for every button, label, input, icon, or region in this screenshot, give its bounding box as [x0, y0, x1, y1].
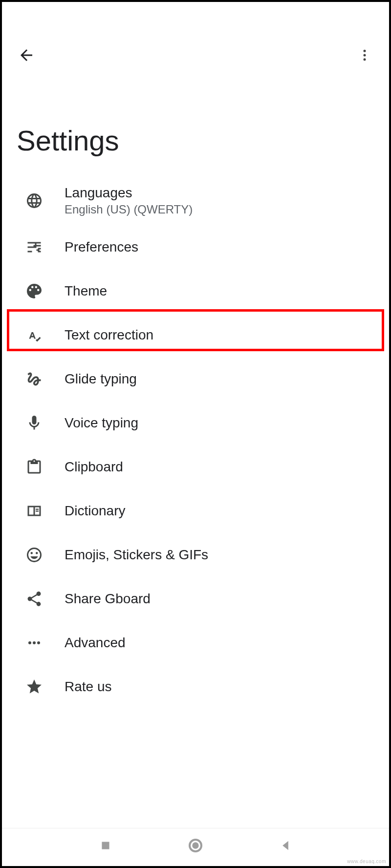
- book-icon: [25, 502, 65, 520]
- app-bar: [2, 2, 389, 95]
- settings-list: Languages English (US) (QWERTY) Preferen…: [2, 176, 389, 709]
- item-label: Text correction: [65, 327, 153, 343]
- settings-item-theme[interactable]: Theme: [2, 269, 389, 313]
- settings-item-voice-typing[interactable]: Voice typing: [2, 401, 389, 445]
- svg-point-5: [37, 641, 40, 644]
- svg-point-1: [364, 54, 366, 57]
- item-label: Share Gboard: [65, 591, 151, 607]
- settings-item-rate-us[interactable]: Rate us: [2, 665, 389, 709]
- item-label: Rate us: [65, 679, 112, 695]
- square-icon: [99, 839, 112, 852]
- share-icon: [25, 590, 65, 608]
- item-label: Emojis, Stickers & GIFs: [65, 547, 208, 563]
- svg-rect-6: [102, 842, 109, 849]
- back-button[interactable]: [17, 45, 36, 65]
- settings-item-clipboard[interactable]: Clipboard: [2, 445, 389, 489]
- item-subtitle: English (US) (QWERTY): [65, 203, 193, 216]
- item-label: Languages: [65, 185, 193, 201]
- more-vert-icon: [357, 48, 372, 63]
- clipboard-icon: [25, 458, 65, 476]
- svg-point-2: [364, 58, 366, 61]
- mic-icon: [25, 414, 65, 432]
- item-label: Theme: [65, 283, 107, 299]
- settings-item-text-correction[interactable]: Text correction: [2, 313, 389, 357]
- nav-recent-button[interactable]: [96, 836, 115, 855]
- settings-item-glide-typing[interactable]: Glide typing: [2, 357, 389, 401]
- watermark: www.deuaq.com: [347, 859, 386, 864]
- globe-icon: [25, 192, 65, 210]
- item-label: Glide typing: [65, 371, 137, 387]
- palette-icon: [25, 282, 65, 300]
- item-label: Clipboard: [65, 459, 123, 475]
- svg-point-3: [28, 641, 31, 644]
- settings-item-dictionary[interactable]: Dictionary: [2, 489, 389, 533]
- circle-icon: [188, 838, 203, 853]
- settings-item-share[interactable]: Share Gboard: [2, 577, 389, 621]
- page-title: Settings: [2, 124, 389, 157]
- nav-home-button[interactable]: [186, 836, 205, 855]
- svg-point-8: [192, 842, 198, 848]
- dots-icon: [25, 634, 65, 652]
- more-options-button[interactable]: [355, 45, 374, 65]
- sliders-icon: [25, 238, 65, 256]
- item-label: Dictionary: [65, 503, 125, 519]
- svg-point-0: [364, 50, 366, 52]
- settings-item-languages[interactable]: Languages English (US) (QWERTY): [2, 176, 389, 225]
- star-icon: [25, 678, 65, 696]
- emoji-icon: [25, 546, 65, 564]
- item-label: Voice typing: [65, 415, 138, 431]
- settings-item-emojis[interactable]: Emojis, Stickers & GIFs: [2, 533, 389, 577]
- settings-item-preferences[interactable]: Preferences: [2, 225, 389, 269]
- item-label: Advanced: [65, 635, 126, 651]
- settings-item-advanced[interactable]: Advanced: [2, 621, 389, 665]
- triangle-back-icon: [279, 839, 292, 852]
- nav-back-button[interactable]: [276, 836, 295, 855]
- item-label: Preferences: [65, 239, 138, 255]
- android-nav-bar: [2, 828, 389, 862]
- gesture-icon: [25, 370, 65, 388]
- arrow-back-icon: [18, 46, 35, 64]
- svg-point-4: [33, 641, 36, 644]
- text-correction-icon: [25, 326, 65, 344]
